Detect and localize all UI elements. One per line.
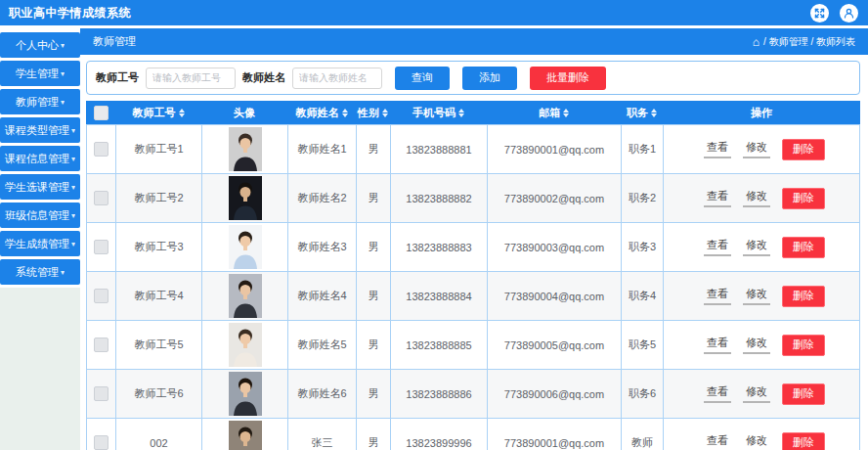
view-link[interactable]: 查看: [704, 336, 731, 354]
row-checkbox[interactable]: [94, 386, 108, 401]
delete-button[interactable]: 删除: [782, 139, 825, 160]
row-checkbox[interactable]: [94, 142, 108, 157]
row-select-cell: [86, 370, 115, 418]
delete-button[interactable]: 删除: [782, 335, 825, 356]
avatar-cell: [201, 321, 287, 369]
query-button[interactable]: 查询: [395, 67, 450, 90]
teacher-id-cell: 教师工号6: [115, 370, 201, 418]
row-checkbox[interactable]: [94, 240, 108, 254]
teacher-id-cell: 教师工号4: [115, 272, 201, 320]
edit-link[interactable]: 修改: [743, 433, 770, 450]
actions-cell: 查看 修改 删除: [663, 125, 860, 173]
view-link[interactable]: 查看: [704, 140, 731, 158]
topbar: 职业高中学情成绩系统: [0, 0, 868, 25]
breadcrumb: ⌂ / 教师管理 / 教师列表: [753, 35, 855, 49]
edit-link[interactable]: 修改: [743, 384, 770, 403]
sidebar-item[interactable]: 班级信息管理 ▾: [0, 202, 80, 228]
table-row: 002 张三 男 13823899996 773890001@qq.com 教师…: [86, 419, 860, 450]
col-header-position[interactable]: 职务: [621, 101, 663, 124]
row-select-cell: [86, 125, 115, 173]
phone-cell: 13823899996: [390, 419, 487, 450]
row-select-cell: [86, 321, 115, 369]
table-header: 教师工号 头像 教师姓名 性别 手机号码 邮箱: [86, 101, 860, 124]
row-select-cell: [86, 419, 115, 450]
sidebar-item[interactable]: 个人中心 ▾: [0, 32, 80, 58]
select-all-checkbox[interactable]: [94, 106, 108, 120]
sidebar-item-label: 学生选课管理: [5, 180, 69, 195]
breadcrumb-path: / 教师管理 / 教师列表: [763, 35, 855, 49]
batch-delete-button[interactable]: 批量删除: [530, 67, 606, 90]
sort-icon[interactable]: [563, 109, 569, 117]
delete-button[interactable]: 删除: [782, 286, 825, 307]
view-link[interactable]: 查看: [704, 189, 731, 207]
gender-cell: 男: [356, 419, 390, 450]
teacher-id-input[interactable]: [146, 68, 236, 89]
gender-cell: 男: [356, 125, 390, 173]
topbar-icons: [810, 4, 868, 22]
view-link[interactable]: 查看: [704, 384, 731, 403]
delete-button[interactable]: 删除: [782, 237, 825, 258]
teacher-avatar-photo: [229, 421, 262, 450]
chevron-down-icon: ▾: [61, 69, 65, 78]
chevron-down-icon: ▾: [61, 98, 65, 107]
edit-link[interactable]: 修改: [743, 238, 770, 256]
email-cell: 773890001@qq.com: [487, 125, 621, 173]
row-checkbox[interactable]: [94, 338, 108, 352]
view-link[interactable]: 查看: [704, 238, 731, 256]
gender-cell: 男: [356, 174, 390, 222]
sidebar-item[interactable]: 教师管理 ▾: [0, 89, 80, 114]
sidebar-item[interactable]: 学生选课管理 ▾: [0, 174, 80, 200]
position-cell: 职务4: [621, 272, 663, 320]
chevron-down-icon: ▾: [61, 268, 65, 277]
phone-cell: 13823888882: [390, 174, 487, 222]
sidebar-item[interactable]: 系统管理 ▾: [0, 259, 80, 285]
sort-icon[interactable]: [458, 109, 464, 117]
teacher-name-cell: 张三: [287, 419, 356, 450]
edit-link[interactable]: 修改: [743, 189, 770, 207]
gender-cell: 男: [356, 370, 390, 418]
sort-icon[interactable]: [382, 109, 388, 117]
table-body: 教师工号1 教师姓名1 男 13823888881 773890001@qq.c…: [86, 124, 860, 450]
sidebar-item-label: 课程信息管理: [5, 152, 69, 166]
delete-button[interactable]: 删除: [782, 432, 825, 450]
gender-cell: 男: [356, 223, 390, 271]
teacher-name-cell: 教师姓名1: [287, 125, 356, 173]
phone-cell: 13823888881: [390, 125, 487, 173]
row-checkbox[interactable]: [94, 191, 108, 205]
edit-link[interactable]: 修改: [743, 140, 770, 158]
fullscreen-icon[interactable]: [810, 4, 829, 22]
delete-button[interactable]: 删除: [782, 383, 825, 405]
row-checkbox[interactable]: [94, 289, 108, 303]
delete-button[interactable]: 删除: [782, 188, 825, 209]
col-header-email[interactable]: 邮箱: [487, 101, 621, 124]
col-header-name[interactable]: 教师姓名: [287, 101, 356, 124]
row-checkbox[interactable]: [94, 435, 108, 450]
avatar-cell: [201, 419, 287, 450]
sidebar: 个人中心 ▾ 学生管理 ▾ 教师管理 ▾ 课程类型管理 ▾ 课程信息管理 ▾ 学…: [0, 28, 80, 450]
teacher-name-label: 教师姓名: [242, 70, 285, 85]
sort-icon[interactable]: [179, 109, 185, 117]
sidebar-item[interactable]: 学生管理 ▾: [0, 61, 80, 86]
edit-link[interactable]: 修改: [743, 287, 770, 305]
teacher-avatar-photo: [229, 274, 262, 318]
sort-icon[interactable]: [342, 109, 348, 117]
teacher-name-input[interactable]: [292, 68, 382, 89]
sort-icon[interactable]: [651, 109, 657, 117]
col-header-phone[interactable]: 手机号码: [390, 101, 487, 124]
col-header-teacher-id[interactable]: 教师工号: [115, 101, 201, 124]
sidebar-item[interactable]: 学生成绩管理 ▾: [0, 231, 80, 256]
sidebar-item[interactable]: 课程类型管理 ▾: [0, 117, 80, 143]
avatar-cell: [201, 272, 287, 320]
select-all-cell: [86, 101, 115, 124]
edit-link[interactable]: 修改: [743, 336, 770, 354]
view-link[interactable]: 查看: [704, 287, 731, 305]
actions-cell: 查看 修改 删除: [663, 370, 860, 418]
row-select-cell: [86, 272, 115, 320]
add-button[interactable]: 添加: [462, 67, 517, 90]
sidebar-item[interactable]: 课程信息管理 ▾: [0, 146, 80, 171]
sidebar-item-label: 学生成绩管理: [5, 237, 69, 251]
user-icon[interactable]: [840, 4, 858, 22]
view-link[interactable]: 查看: [704, 433, 731, 450]
home-icon[interactable]: ⌂: [753, 37, 760, 47]
col-header-gender[interactable]: 性别: [356, 101, 390, 124]
